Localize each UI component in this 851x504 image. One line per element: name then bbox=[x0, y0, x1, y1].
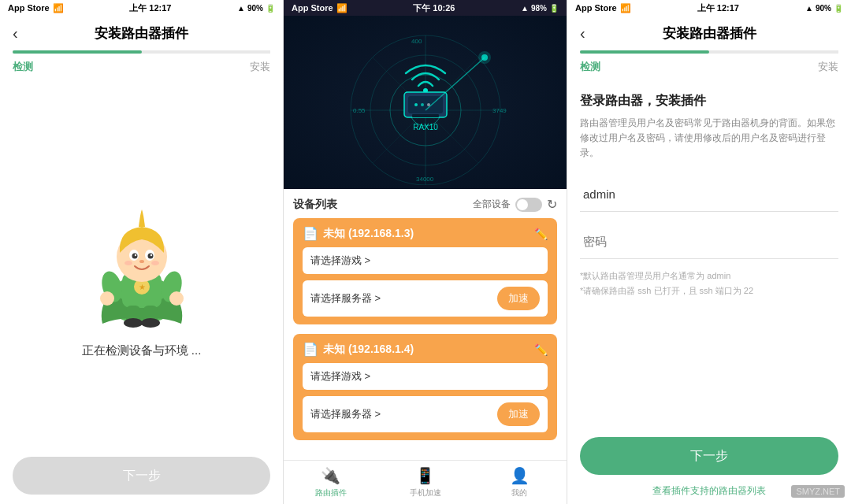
device-list-header: 设备列表 全部设备 ↻ bbox=[293, 189, 557, 218]
battery-icon-center: 🔋 bbox=[549, 4, 559, 13]
hint1: *默认路由器管理员用户名通常为 admin bbox=[580, 269, 838, 284]
device-list-title: 设备列表 bbox=[293, 198, 337, 212]
arrow-icon-right: ▲ bbox=[805, 4, 813, 13]
battery-icon-left: 🔋 bbox=[266, 4, 275, 13]
nav-bar-right: ‹ 安装路由器插件 bbox=[567, 16, 851, 50]
step-install-right: 安装 bbox=[818, 60, 838, 74]
right-content: 登录路由器，安装插件 路由器管理员用户名及密码常见于路由器机身的背面。如果您修改… bbox=[567, 80, 851, 437]
svg-text:0.55: 0.55 bbox=[353, 107, 366, 114]
status-bar-left: App Store 📶 上午 12:17 ▲ 90% 🔋 bbox=[0, 0, 283, 16]
hint-text: *默认路由器管理员用户名通常为 admin *请确保路由器 ssh 已打开，且 … bbox=[580, 269, 838, 300]
username-input[interactable] bbox=[580, 177, 838, 212]
tab-bar: 🔌 路由插件 📱 手机加速 👤 我的 bbox=[284, 460, 567, 504]
next-button-right[interactable]: 下一步 bbox=[580, 437, 838, 475]
next-button-left-disabled[interactable]: 下一步 bbox=[13, 457, 270, 495]
device-card-1-header-left: 📄 未知 (192.168.1.3) bbox=[303, 226, 414, 241]
step-detect-left: 检测 bbox=[13, 60, 33, 74]
svg-point-9 bbox=[134, 254, 136, 255]
app-store-right: App Store bbox=[575, 3, 617, 13]
next-btn-label-left: 下一步 bbox=[123, 468, 161, 484]
device-card-2-header-left: 📄 未知 (192.168.1.4) bbox=[303, 342, 414, 357]
detecting-text: 正在检测设备与环境 ... bbox=[82, 343, 202, 358]
status-right-left: ▲ 90% 🔋 bbox=[237, 4, 275, 13]
next-btn-label-right: 下一步 bbox=[690, 448, 728, 465]
game-label-2: 请选择游戏 > bbox=[310, 369, 370, 384]
server-label-2: 请选择服务器 > bbox=[310, 407, 381, 421]
login-desc: 路由器管理员用户名及密码常见于路由器机身的背面。如果您修改过用户名及密码，请使用… bbox=[580, 116, 838, 161]
step-labels-left: 检测 安装 bbox=[0, 54, 283, 80]
device-card-2: 📄 未知 (192.168.1.4) ✏️ 请选择游戏 > 请选择服务器 > 加… bbox=[293, 334, 557, 440]
svg-text:RAX10: RAX10 bbox=[413, 123, 438, 132]
tab-icon-router: 🔌 bbox=[321, 466, 340, 485]
device-icon-2: 📄 bbox=[303, 342, 318, 357]
tab-label-phone: 手机加速 bbox=[410, 487, 441, 498]
page-title-right: 安装路由器插件 bbox=[663, 24, 756, 43]
svg-text:3749: 3749 bbox=[492, 107, 507, 114]
status-bar-right: App Store 📶 上午 12:17 ▲ 90% 🔋 bbox=[567, 0, 851, 16]
device-card-2-header: 📄 未知 (192.168.1.4) ✏️ bbox=[303, 342, 548, 357]
server-select-2[interactable]: 请选择服务器 > 加速 bbox=[303, 396, 548, 432]
mascot-illustration: ★ bbox=[79, 170, 205, 328]
refresh-icon[interactable]: ↻ bbox=[547, 197, 557, 212]
svg-point-12 bbox=[124, 261, 132, 265]
svg-text:34000: 34000 bbox=[416, 176, 434, 183]
nav-bar-left: ‹ 安装路由器插件 bbox=[0, 16, 283, 50]
all-devices-right: 全部设备 ↻ bbox=[473, 197, 557, 212]
device-card-1-header: 📄 未知 (192.168.1.3) ✏️ bbox=[303, 226, 548, 241]
device-ip-2: 未知 (192.168.1.4) bbox=[323, 343, 414, 357]
tab-profile[interactable]: 👤 我的 bbox=[472, 466, 567, 498]
back-button-right[interactable]: ‹ bbox=[580, 24, 585, 43]
watermark: SMYZ.NET bbox=[791, 485, 845, 498]
device-icon-1: 📄 bbox=[303, 226, 318, 241]
panel-left: App Store 📶 上午 12:17 ▲ 90% 🔋 ‹ 安装路由器插件 检… bbox=[0, 0, 284, 504]
hint2: *请确保路由器 ssh 已打开，且 ssh 端口为 22 bbox=[580, 284, 838, 299]
device-list-section: 设备列表 全部设备 ↻ 📄 未知 (192.168.1.3) ✏️ 请选择游戏 … bbox=[284, 189, 567, 460]
status-right-right: ▲ 90% 🔋 bbox=[805, 4, 843, 13]
device-card-1: 📄 未知 (192.168.1.3) ✏️ 请选择游戏 > 请选择服务器 > 加… bbox=[293, 218, 557, 324]
svg-text:400: 400 bbox=[411, 38, 422, 45]
status-left-right: App Store 📶 bbox=[575, 3, 631, 13]
app-store-center: App Store bbox=[292, 3, 333, 13]
wifi-icon-center: 📶 bbox=[336, 3, 347, 13]
svg-point-16 bbox=[100, 291, 114, 306]
all-devices-label: 全部设备 bbox=[473, 198, 511, 211]
game-select-1[interactable]: 请选择游戏 > bbox=[303, 247, 548, 274]
battery-right: 90% bbox=[816, 4, 831, 13]
svg-point-13 bbox=[151, 261, 159, 265]
status-right-center: ▲ 98% 🔋 bbox=[521, 4, 559, 13]
back-button-left[interactable]: ‹ bbox=[13, 24, 18, 43]
accelerate-btn-1[interactable]: 加速 bbox=[497, 287, 540, 310]
svg-rect-36 bbox=[412, 114, 439, 117]
step-labels-right: 检测 安装 bbox=[567, 54, 851, 80]
all-devices-toggle[interactable] bbox=[515, 198, 542, 212]
app-store-label: App Store bbox=[8, 3, 50, 13]
battery-icon-right: 🔋 bbox=[834, 4, 843, 13]
wifi-icon-right: 📶 bbox=[620, 3, 631, 13]
tab-icon-profile: 👤 bbox=[510, 466, 530, 485]
device-edit-icon-1[interactable]: ✏️ bbox=[534, 228, 548, 240]
server-select-1[interactable]: 请选择服务器 > 加速 bbox=[303, 280, 548, 317]
toggle-knob bbox=[517, 199, 528, 210]
radar-svg: RAX10 0.55 3749 400 34000 bbox=[292, 20, 559, 185]
tab-label-router: 路由插件 bbox=[315, 487, 347, 498]
tab-router-plugin[interactable]: 🔌 路由插件 bbox=[284, 466, 378, 498]
svg-point-17 bbox=[169, 291, 184, 306]
step-detect-right: 检测 bbox=[580, 60, 600, 74]
svg-text:★: ★ bbox=[138, 283, 145, 291]
game-select-2[interactable]: 请选择游戏 > bbox=[303, 363, 548, 390]
arrow-icon-center: ▲ bbox=[521, 4, 529, 13]
tab-phone-boost[interactable]: 📱 手机加速 bbox=[378, 466, 473, 498]
panel-right: App Store 📶 上午 12:17 ▲ 90% 🔋 ‹ 安装路由器插件 检… bbox=[567, 0, 851, 504]
accelerate-btn-2[interactable]: 加速 bbox=[497, 402, 540, 426]
svg-point-21 bbox=[141, 318, 160, 328]
svg-point-11 bbox=[139, 260, 144, 263]
svg-point-10 bbox=[150, 254, 151, 255]
time-left: 上午 12:17 bbox=[129, 2, 171, 14]
game-label-1: 请选择游戏 > bbox=[310, 254, 370, 268]
password-input[interactable] bbox=[580, 224, 838, 259]
device-edit-icon-2[interactable]: ✏️ bbox=[534, 343, 548, 356]
battery-center: 98% bbox=[531, 4, 547, 13]
svg-point-8 bbox=[147, 253, 153, 258]
svg-point-20 bbox=[124, 318, 143, 328]
radar-area: RAX10 0.55 3749 400 34000 bbox=[284, 16, 567, 189]
